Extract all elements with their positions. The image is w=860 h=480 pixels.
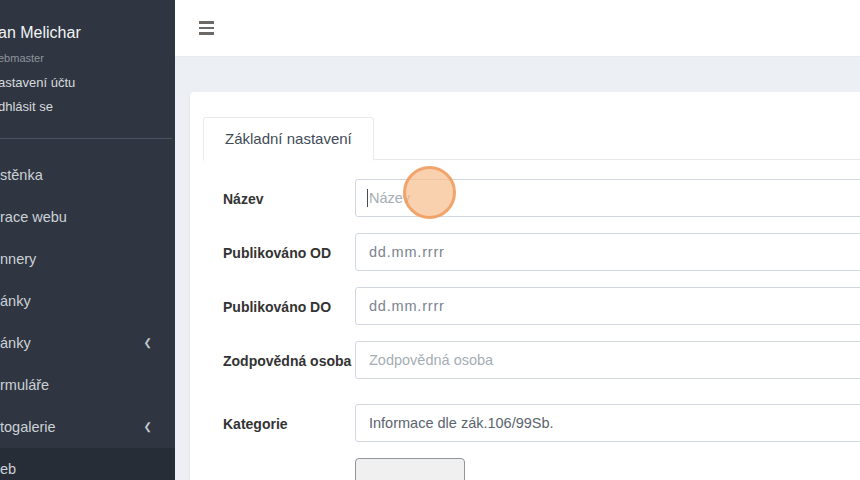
top-navbar xyxy=(175,0,860,57)
publikovano-od-input[interactable] xyxy=(355,233,860,271)
sidebar-item-pages[interactable]: ánky xyxy=(0,280,175,322)
logout-link[interactable]: dhlásit se xyxy=(0,99,53,114)
sidebar-item-photogallery[interactable]: togalerie❮ xyxy=(0,406,175,448)
form-row-publikovano-od: Publikováno OD xyxy=(223,233,860,271)
nazev-input[interactable] xyxy=(355,179,860,217)
tab-bar: Základní nastavení xyxy=(203,117,860,160)
sidebar-menu: stěnka race webu nnery ánky ánky❮ rmulář… xyxy=(0,154,175,480)
user-name: an Melichar xyxy=(0,24,81,42)
text-cursor xyxy=(367,189,368,207)
content-area: Základní nastavení Název Publikováno OD xyxy=(175,58,860,480)
sidebar-divider xyxy=(0,138,172,139)
settings-card: Základní nastavení Název Publikováno OD xyxy=(190,92,860,480)
sidebar-item-articles[interactable]: ánky❮ xyxy=(0,322,175,364)
tab-basic-settings[interactable]: Základní nastavení xyxy=(203,117,374,161)
kategorie-label: Kategorie xyxy=(223,404,355,442)
sidebar-item-web[interactable]: eb xyxy=(0,448,175,480)
publikovano-do-label: Publikováno DO xyxy=(223,287,355,325)
user-role: ebmaster xyxy=(0,52,44,64)
form-row-nazev: Název xyxy=(223,179,860,217)
sidebar-item-banners[interactable]: nnery xyxy=(0,238,175,280)
sidebar-item-dashboard[interactable]: stěnka xyxy=(0,154,175,196)
chevron-left-icon: ❮ xyxy=(144,406,152,448)
sidebar-item-forms[interactable]: rmuláře xyxy=(0,364,175,406)
zodpovedna-osoba-label: Zodpovědná osoba xyxy=(223,341,355,379)
main-area: Základní nastavení Název Publikováno OD xyxy=(175,0,860,480)
form-row-publikovano-do: Publikováno DO xyxy=(223,287,860,325)
form-row-kategorie: Kategorie xyxy=(223,404,860,442)
form-row-zodpovedna-osoba: Zodpovědná osoba xyxy=(223,341,860,379)
upload-button[interactable] xyxy=(355,458,465,480)
kategorie-select[interactable] xyxy=(355,404,860,442)
publikovano-do-input[interactable] xyxy=(355,287,860,325)
publikovano-od-label: Publikováno OD xyxy=(223,233,355,271)
settings-form: Název Publikováno OD Publikováno DO xyxy=(203,160,860,480)
hamburger-icon[interactable] xyxy=(199,21,214,35)
sidebar-item-web-administration[interactable]: race webu xyxy=(0,196,175,238)
zodpovedna-osoba-input[interactable] xyxy=(355,341,860,379)
sidebar: an Melichar ebmaster astavení účtu dhlás… xyxy=(0,0,175,480)
nazev-label: Název xyxy=(223,179,355,217)
account-settings-link[interactable]: astavení účtu xyxy=(0,75,75,90)
chevron-left-icon: ❮ xyxy=(144,322,152,364)
